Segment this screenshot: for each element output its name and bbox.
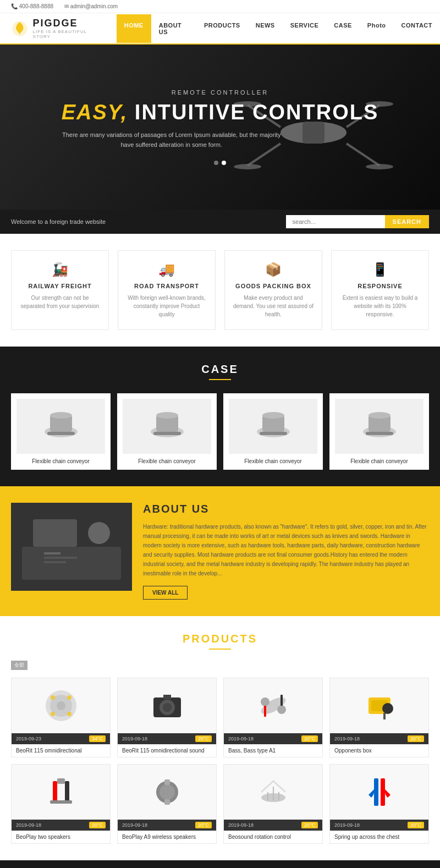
- product-meta-1: 2019-09-18 20°C: [118, 733, 216, 744]
- product-card-3: 2019-09-18 20°C Opponents box: [329, 678, 429, 757]
- product-icon-4: [42, 773, 80, 811]
- hero-dot-1[interactable]: [214, 161, 218, 165]
- product-temp-6: 20°C: [301, 822, 318, 828]
- feature-desc-2: Make every product and demand. You use r…: [233, 294, 314, 318]
- svg-rect-18: [153, 432, 181, 435]
- svg-rect-54: [53, 781, 57, 803]
- product-temp-1: 20°C: [195, 735, 212, 742]
- nav-service[interactable]: SERVICE: [283, 14, 327, 43]
- product-card-5: 2019-09-18 20°C BeoPlay A9 wireless spea…: [117, 764, 217, 844]
- product-date-3: 2019-09-18: [334, 736, 360, 741]
- svg-rect-14: [47, 432, 75, 435]
- feature-card-3: 📱 RESPONSIVE Extent is easiest way to bu…: [331, 250, 429, 330]
- product-temp-0: 34°C: [89, 735, 106, 742]
- view-all-button[interactable]: VIEW ALL: [143, 586, 188, 600]
- feature-desc-1: With foreign well-known brands, constant…: [126, 294, 207, 318]
- product-name-2: Bass, Bass type A1: [224, 744, 322, 757]
- svg-rect-53: [383, 713, 386, 719]
- svg-rect-33: [44, 561, 66, 563]
- product-icon-0: [42, 686, 80, 725]
- product-name-5: BeoPlay A9 wireless speakers: [118, 831, 216, 843]
- product-image-7: [330, 765, 428, 820]
- hero-label: REMOTE CONTROLLER: [62, 89, 379, 96]
- feature-title-3: RESPONSIVE: [339, 283, 421, 289]
- feature-desc-3: Extent is easiest way to build a website…: [339, 294, 421, 318]
- footer: CONTACT 📞 Tel: 400-500-5586 💬 手机: 400-88…: [0, 860, 440, 868]
- case-image-2: [229, 399, 317, 454]
- conveyor-icon-0: [39, 404, 83, 448]
- search-input[interactable]: [286, 215, 385, 228]
- svg-rect-22: [260, 432, 287, 435]
- svg-point-52: [382, 703, 393, 714]
- logo: PIGDGE LIFE IS A BEAUTIFUL STORY: [0, 13, 117, 43]
- svg-rect-67: [381, 778, 385, 806]
- nav-news[interactable]: NEWS: [248, 14, 283, 43]
- svg-point-30: [88, 522, 110, 544]
- product-image-3: [330, 678, 428, 733]
- email-info: ✉ admin@admin.com: [64, 3, 118, 9]
- svg-rect-61: [164, 799, 170, 805]
- nav-photo[interactable]: Photo: [360, 14, 394, 43]
- svg-rect-28: [22, 547, 121, 580]
- product-date-4: 2019-09-18: [16, 822, 41, 828]
- about-section: ABOUT US Hardware: traditional hardware …: [0, 486, 440, 616]
- case-card-1: Flexible chain conveyor: [117, 393, 217, 470]
- search-bar: Welcome to a foreign trade website SEARC…: [0, 210, 440, 234]
- nav-about[interactable]: ABOUT US: [151, 14, 196, 43]
- top-bar: 📞 400-888-8888 ✉ admin@admin.com: [0, 0, 440, 13]
- product-image-0: [12, 678, 110, 733]
- logo-name: PIGDGE: [33, 18, 78, 29]
- search-button[interactable]: SEARCH: [385, 215, 429, 228]
- case-grid: Flexible chain conveyor Flexible chain c…: [11, 393, 429, 470]
- conveyor-icon-3: [358, 404, 402, 448]
- case-card-3: Flexible chain conveyor: [329, 393, 429, 470]
- product-image-4: [12, 765, 110, 820]
- product-temp-4: 20°C: [89, 822, 106, 828]
- case-card-2: Flexible chain conveyor: [223, 393, 323, 470]
- svg-rect-48: [264, 706, 266, 717]
- svg-rect-60: [164, 779, 170, 785]
- nav-contact[interactable]: CONTACT: [394, 14, 440, 43]
- product-temp-2: 20°C: [301, 735, 318, 742]
- product-date-7: 2019-09-18: [334, 822, 360, 828]
- svg-point-47: [277, 705, 286, 714]
- case-label-3: Flexible chain conveyor: [335, 458, 424, 464]
- svg-point-37: [51, 695, 55, 700]
- logo-icon: [11, 20, 29, 37]
- products-section: PRODUCTS 全部 2019-09-23 34°C: [0, 616, 440, 860]
- product-meta-3: 2019-09-18 20°C: [330, 733, 428, 744]
- about-description: Hardware: traditional hardware products,…: [143, 522, 429, 578]
- product-date-0: 2019-09-23: [16, 736, 41, 741]
- case-label-2: Flexible chain conveyor: [229, 458, 317, 464]
- svg-point-59: [160, 784, 175, 800]
- features-section: 🚂 RAILWAY FREIGHT Our strength can not b…: [0, 234, 440, 347]
- products-tag[interactable]: 全部: [11, 661, 28, 670]
- nav-products[interactable]: PRODUCTS: [196, 14, 248, 43]
- conveyor-icon-2: [251, 404, 295, 448]
- svg-rect-29: [33, 519, 77, 547]
- products-underline: [209, 649, 231, 650]
- product-image-2: [224, 678, 322, 733]
- nav-home[interactable]: HOME: [117, 14, 151, 43]
- svg-rect-57: [57, 778, 65, 784]
- hero-title: EASY, INTUITIVE CONTROLS: [62, 101, 379, 124]
- svg-point-39: [51, 712, 55, 716]
- about-title: ABOUT US: [143, 503, 429, 515]
- product-image-1: [118, 678, 216, 733]
- case-section: CASE Flexible chain conveyor: [0, 347, 440, 486]
- svg-point-13: [50, 412, 72, 419]
- product-meta-4: 2019-09-18 20°C: [12, 820, 110, 831]
- feature-title-0: RAILWAY FREIGHT: [19, 283, 101, 289]
- feature-card-1: 🚚 ROAD TRANSPORT With foreign well-known…: [118, 250, 216, 330]
- product-icon-1: [148, 686, 186, 725]
- case-card-0: Flexible chain conveyor: [11, 393, 111, 470]
- hero-dot-2[interactable]: [222, 161, 226, 165]
- svg-point-43: [163, 703, 172, 712]
- hero-description: There are many variations of passages of…: [62, 130, 282, 150]
- about-content: ABOUT US Hardware: traditional hardware …: [143, 503, 429, 600]
- product-name-7: Spring up across the chest: [330, 831, 428, 843]
- nav-case[interactable]: CASE: [326, 14, 360, 43]
- packing-icon: 📦: [233, 262, 314, 277]
- svg-point-36: [57, 701, 65, 710]
- case-title: CASE: [11, 363, 429, 376]
